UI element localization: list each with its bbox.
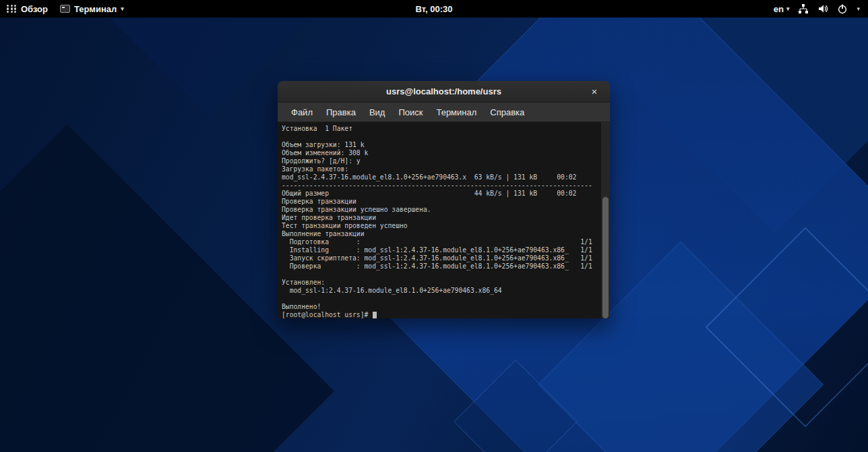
activities-button[interactable]: Обзор xyxy=(7,4,48,14)
chevron-down-icon: ▾ xyxy=(121,6,124,12)
terminal-content[interactable]: Установка 1 Пакет Объем загрузки: 131 k … xyxy=(278,122,610,318)
menu-search[interactable]: Поиск xyxy=(392,105,429,120)
terminal-window: usrs@localhost:/home/usrs × Файл Правка … xyxy=(278,81,610,318)
activities-label: Обзор xyxy=(21,4,48,14)
terminal-screen[interactable]: Установка 1 Пакет Объем загрузки: 131 k … xyxy=(278,122,601,318)
app-menu-button[interactable]: Терминал ▾ xyxy=(60,4,124,14)
terminal-cursor xyxy=(373,312,377,318)
power-icon xyxy=(837,3,848,14)
menu-help[interactable]: Справка xyxy=(483,105,531,120)
network-wired-icon xyxy=(798,3,809,14)
keyboard-layout-indicator[interactable]: en ▾ xyxy=(774,4,790,14)
terminal-output: Установка 1 Пакет Объем загрузки: 131 k … xyxy=(282,125,601,311)
terminal-icon xyxy=(60,5,70,13)
activities-grid-icon xyxy=(7,5,17,13)
window-titlebar[interactable]: usrs@localhost:/home/usrs × xyxy=(278,81,610,103)
menu-edit[interactable]: Правка xyxy=(319,105,363,120)
close-button[interactable]: × xyxy=(586,81,603,102)
chevron-down-icon: ▾ xyxy=(786,6,790,12)
menu-file[interactable]: Файл xyxy=(284,105,319,120)
menu-terminal[interactable]: Терминал xyxy=(429,105,483,120)
scrollbar[interactable] xyxy=(601,122,610,318)
volume-icon xyxy=(817,3,828,14)
chevron-down-icon: ▾ xyxy=(857,6,860,12)
gnome-top-bar: Обзор Терминал ▾ Вт, 00:30 en ▾ ▾ xyxy=(0,0,868,18)
window-title: usrs@localhost:/home/usrs xyxy=(386,86,501,96)
scrollbar-thumb[interactable] xyxy=(602,197,609,318)
keyboard-layout-label: en xyxy=(774,4,784,14)
system-status-area[interactable]: en ▾ ▾ xyxy=(774,3,868,14)
clock-button[interactable]: Вт, 00:30 xyxy=(415,4,452,14)
terminal-menubar: Файл Правка Вид Поиск Терминал Справка xyxy=(278,103,610,122)
shell-prompt: [root@localhost usrs]# xyxy=(282,311,372,318)
prompt-row: [root@localhost usrs]# xyxy=(282,311,601,318)
menu-view[interactable]: Вид xyxy=(363,105,392,120)
app-menu-label: Терминал xyxy=(74,4,117,14)
